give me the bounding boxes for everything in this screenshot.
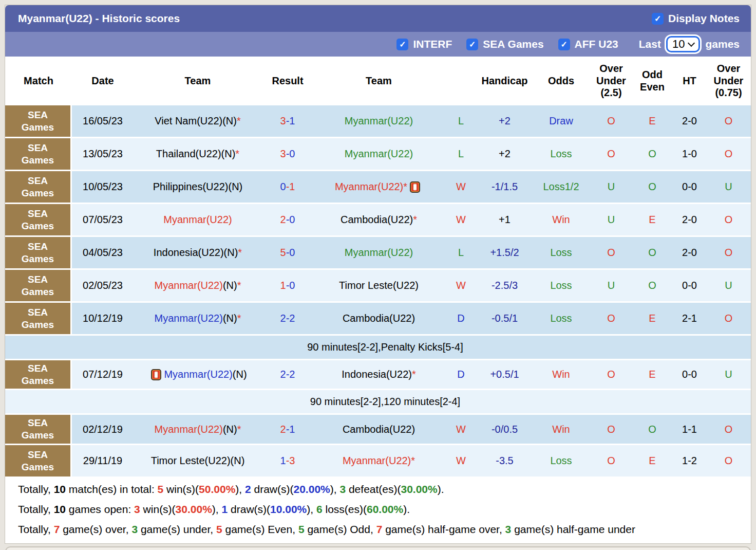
odds-cell-value: Win bbox=[552, 424, 570, 435]
filter-bar: ✓INTERF✓SEA Games✓AFF U23 Last 10 games bbox=[5, 32, 751, 57]
summary-segment: game(s) Odd, bbox=[305, 523, 376, 535]
odd-even-cell-value: E bbox=[649, 115, 655, 127]
home-team-cell: Myanmar(U22)(N)* bbox=[134, 270, 262, 301]
team-name: Myanmar(U22) bbox=[345, 247, 413, 259]
handicap-cell-value: -3.5 bbox=[496, 455, 513, 467]
over-under-0-75-cell: O bbox=[706, 204, 751, 235]
odds-cell: Win bbox=[532, 415, 591, 444]
match-type-line: Games bbox=[22, 253, 54, 265]
display-notes-toggle[interactable]: ✓ Display Notes bbox=[652, 12, 740, 25]
games-label: games bbox=[705, 38, 740, 50]
ht-cell: 0-0 bbox=[673, 270, 706, 301]
summary-segment: game(s) over, bbox=[60, 523, 131, 535]
over-under-0-75-value: O bbox=[725, 424, 733, 435]
handicap-cell: +0.5/1 bbox=[478, 360, 532, 389]
table-row: SEAGames13/05/23Thailand(U22)(N)*3-0Myan… bbox=[5, 138, 751, 171]
summary-segment: 1 bbox=[222, 503, 228, 515]
over-under-0-75-cell: U bbox=[706, 171, 751, 203]
odd-even-cell: E bbox=[632, 360, 673, 389]
filter-checkbox-aff-u23[interactable]: ✓AFF U23 bbox=[558, 38, 618, 50]
summary-segment: 7 bbox=[54, 523, 60, 535]
over-under-2-5-cell: O bbox=[591, 360, 632, 389]
odd-even-cell: O bbox=[632, 138, 673, 170]
display-notes-checkbox-icon[interactable]: ✓ bbox=[652, 13, 664, 25]
over-under-2-5-cell: U bbox=[591, 171, 632, 203]
match-type-line: SEA bbox=[28, 241, 48, 253]
header-team: Team bbox=[313, 57, 444, 105]
match-type-line: Games bbox=[22, 154, 54, 167]
date-cell: 29/11/19 bbox=[72, 445, 134, 476]
match-type-cell: SEAGames bbox=[5, 415, 72, 444]
summary-segment: 6 bbox=[316, 503, 323, 515]
checkbox-checked-icon[interactable]: ✓ bbox=[466, 39, 478, 50]
summary-segment: 20.00% bbox=[294, 483, 330, 495]
match-type-line: SEA bbox=[28, 175, 48, 187]
over-under-0-75-cell: O bbox=[706, 105, 751, 137]
wdl-cell-value: D bbox=[457, 313, 464, 324]
checkbox-checked-icon[interactable]: ✓ bbox=[396, 39, 408, 50]
match-type-line: Games bbox=[22, 220, 54, 232]
ht-cell: 1-1 bbox=[673, 415, 706, 444]
summary-segment: 5 bbox=[216, 523, 222, 535]
summary-segment: 10 bbox=[54, 483, 66, 495]
away-team-cell: Myanmar(U22) bbox=[313, 105, 444, 137]
summary-segment: ), bbox=[330, 483, 340, 495]
score: -1 bbox=[286, 115, 295, 127]
away-team-cell: Myanmar(U22) bbox=[313, 237, 444, 268]
ht-cell: 2-1 bbox=[673, 303, 706, 334]
last-games-select[interactable]: 10 bbox=[666, 36, 700, 52]
summary-segment: 3 bbox=[339, 483, 346, 495]
wdl-cell: D bbox=[444, 360, 478, 389]
home-team-cell: Myanmar(U22)(N)* bbox=[134, 415, 262, 444]
over-under-0-75-value: U bbox=[725, 181, 732, 193]
team-name: (N) bbox=[233, 369, 247, 380]
date-cell: 02/12/19 bbox=[72, 415, 134, 444]
result-cell: 3-0 bbox=[262, 138, 313, 170]
over-under-0-75-cell: O bbox=[706, 237, 751, 268]
wdl-cell: W bbox=[444, 415, 478, 444]
summary-segment: ), bbox=[307, 503, 316, 515]
score: -0 bbox=[286, 148, 295, 160]
filter-checkbox-interf[interactable]: ✓INTERF bbox=[396, 38, 452, 50]
team-name: Thailand(U22)(N) bbox=[156, 148, 236, 160]
team-name: Myanmar(U22) bbox=[345, 115, 413, 127]
match-note-row: 90 minutes[2-2],120 minutes[2-4] bbox=[5, 390, 751, 415]
over-under-0-75-value: U bbox=[725, 280, 732, 291]
wdl-cell-value: L bbox=[458, 115, 464, 127]
summary-segment: ). bbox=[403, 503, 410, 515]
filter-checkbox-sea-games[interactable]: ✓SEA Games bbox=[466, 38, 543, 50]
wdl-cell: W bbox=[444, 270, 478, 301]
match-type-line: SEA bbox=[28, 362, 48, 375]
score: -2 bbox=[286, 369, 295, 380]
summary-segment: 50.00% bbox=[199, 483, 235, 495]
summary-segment: 3 bbox=[505, 523, 512, 535]
odd-even-cell: O bbox=[632, 237, 673, 268]
wdl-cell-value: D bbox=[457, 369, 464, 380]
summary-segment: Totally, bbox=[18, 503, 54, 515]
wdl-cell-value: L bbox=[458, 247, 464, 259]
odds-cell: Loss bbox=[532, 445, 591, 476]
odds-cell-value: Loss bbox=[550, 247, 572, 259]
match-type-line: SEA bbox=[28, 109, 48, 121]
checkbox-checked-icon[interactable]: ✓ bbox=[558, 39, 570, 50]
team-name: * bbox=[237, 280, 241, 291]
table-header-row: MatchDateTeamResultTeamHandicapOddsOver … bbox=[5, 57, 751, 105]
match-type-line: Games bbox=[22, 286, 54, 298]
date-cell: 07/05/23 bbox=[72, 204, 134, 235]
team-name: (N) bbox=[223, 280, 237, 291]
over-under-2-5-cell: O bbox=[591, 138, 632, 170]
title-bar: Myanmar(U22) - Historic scores ✓ Display… bbox=[5, 5, 751, 32]
odds-cell: Loss bbox=[532, 237, 591, 268]
over-under-0-75-value: O bbox=[725, 214, 733, 226]
summary-segment: 60.00% bbox=[367, 503, 403, 515]
away-team-cell: Myanmar(U22) bbox=[313, 138, 444, 170]
odds-cell-value: Loss bbox=[550, 148, 572, 160]
match-type-cell: SEAGames bbox=[5, 138, 72, 170]
team-name: Myanmar(U22) bbox=[155, 424, 223, 435]
handicap-cell: +1.5/2 bbox=[478, 237, 532, 268]
home-team-cell: Myanmar(U22) bbox=[134, 204, 262, 235]
date-cell: 13/05/23 bbox=[72, 138, 134, 170]
wdl-cell: W bbox=[444, 445, 478, 476]
table-row: SEAGames07/05/23Myanmar(U22)2-0Cambodia(… bbox=[5, 204, 751, 237]
odds-cell-value: Win bbox=[552, 214, 570, 226]
